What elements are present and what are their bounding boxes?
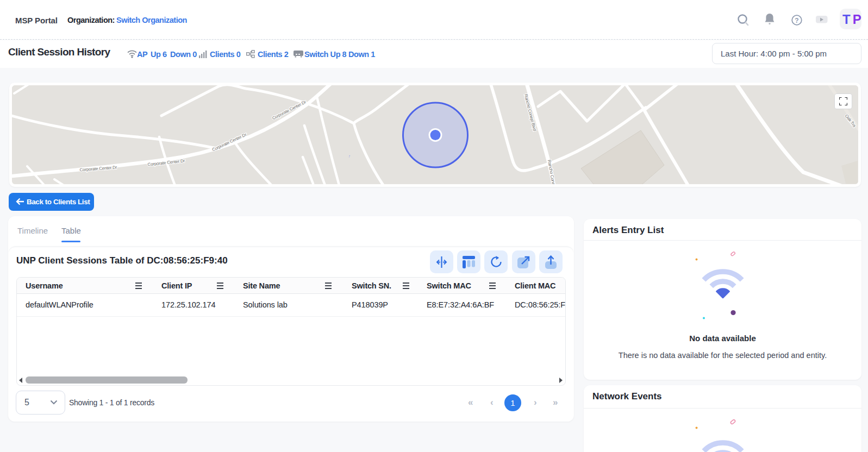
svg-text:?: ? <box>795 17 798 24</box>
